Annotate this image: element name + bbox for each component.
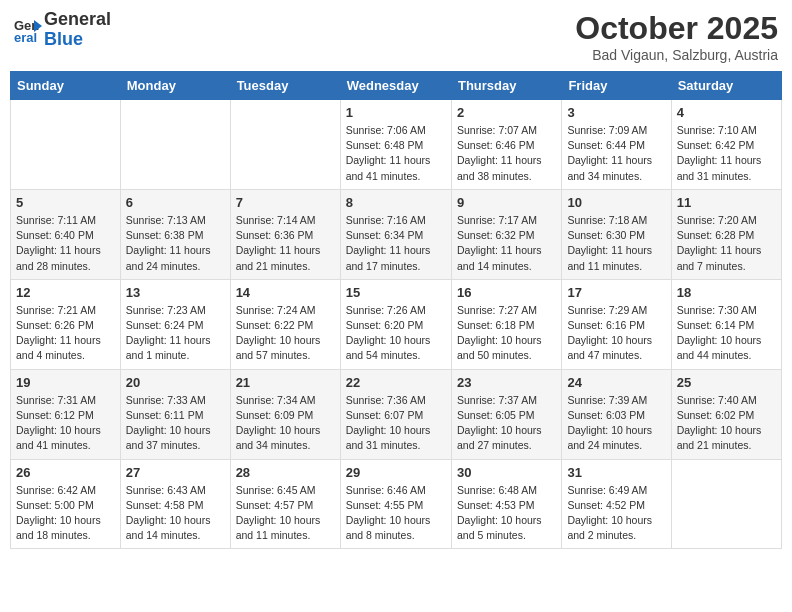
day-number: 10 bbox=[567, 195, 665, 210]
calendar-cell: 12Sunrise: 7:21 AM Sunset: 6:26 PM Dayli… bbox=[11, 279, 121, 369]
day-number: 14 bbox=[236, 285, 335, 300]
day-number: 9 bbox=[457, 195, 556, 210]
calendar-cell: 16Sunrise: 7:27 AM Sunset: 6:18 PM Dayli… bbox=[451, 279, 561, 369]
day-info: Sunrise: 7:06 AM Sunset: 6:48 PM Dayligh… bbox=[346, 123, 446, 184]
day-info: Sunrise: 7:11 AM Sunset: 6:40 PM Dayligh… bbox=[16, 213, 115, 274]
calendar-cell: 10Sunrise: 7:18 AM Sunset: 6:30 PM Dayli… bbox=[562, 189, 671, 279]
day-info: Sunrise: 6:42 AM Sunset: 5:00 PM Dayligh… bbox=[16, 483, 115, 544]
logo-general: General bbox=[44, 9, 111, 29]
day-number: 22 bbox=[346, 375, 446, 390]
calendar-cell: 28Sunrise: 6:45 AM Sunset: 4:57 PM Dayli… bbox=[230, 459, 340, 549]
calendar-cell: 8Sunrise: 7:16 AM Sunset: 6:34 PM Daylig… bbox=[340, 189, 451, 279]
day-info: Sunrise: 7:07 AM Sunset: 6:46 PM Dayligh… bbox=[457, 123, 556, 184]
day-number: 19 bbox=[16, 375, 115, 390]
day-info: Sunrise: 7:21 AM Sunset: 6:26 PM Dayligh… bbox=[16, 303, 115, 364]
calendar-cell: 30Sunrise: 6:48 AM Sunset: 4:53 PM Dayli… bbox=[451, 459, 561, 549]
month-title: October 2025 bbox=[575, 10, 778, 47]
logo-text: General Blue bbox=[44, 10, 111, 50]
calendar-cell: 25Sunrise: 7:40 AM Sunset: 6:02 PM Dayli… bbox=[671, 369, 781, 459]
day-number: 5 bbox=[16, 195, 115, 210]
calendar-cell: 18Sunrise: 7:30 AM Sunset: 6:14 PM Dayli… bbox=[671, 279, 781, 369]
calendar-cell: 26Sunrise: 6:42 AM Sunset: 5:00 PM Dayli… bbox=[11, 459, 121, 549]
day-info: Sunrise: 7:27 AM Sunset: 6:18 PM Dayligh… bbox=[457, 303, 556, 364]
day-number: 11 bbox=[677, 195, 776, 210]
day-number: 13 bbox=[126, 285, 225, 300]
day-info: Sunrise: 7:18 AM Sunset: 6:30 PM Dayligh… bbox=[567, 213, 665, 274]
calendar-cell: 20Sunrise: 7:33 AM Sunset: 6:11 PM Dayli… bbox=[120, 369, 230, 459]
weekday-header-tuesday: Tuesday bbox=[230, 72, 340, 100]
day-number: 31 bbox=[567, 465, 665, 480]
day-info: Sunrise: 7:39 AM Sunset: 6:03 PM Dayligh… bbox=[567, 393, 665, 454]
calendar-cell: 19Sunrise: 7:31 AM Sunset: 6:12 PM Dayli… bbox=[11, 369, 121, 459]
calendar-cell: 11Sunrise: 7:20 AM Sunset: 6:28 PM Dayli… bbox=[671, 189, 781, 279]
day-info: Sunrise: 6:43 AM Sunset: 4:58 PM Dayligh… bbox=[126, 483, 225, 544]
calendar-cell bbox=[230, 100, 340, 190]
day-number: 12 bbox=[16, 285, 115, 300]
day-info: Sunrise: 7:13 AM Sunset: 6:38 PM Dayligh… bbox=[126, 213, 225, 274]
day-number: 15 bbox=[346, 285, 446, 300]
day-number: 1 bbox=[346, 105, 446, 120]
day-info: Sunrise: 7:40 AM Sunset: 6:02 PM Dayligh… bbox=[677, 393, 776, 454]
day-number: 7 bbox=[236, 195, 335, 210]
calendar-cell: 22Sunrise: 7:36 AM Sunset: 6:07 PM Dayli… bbox=[340, 369, 451, 459]
calendar-cell: 7Sunrise: 7:14 AM Sunset: 6:36 PM Daylig… bbox=[230, 189, 340, 279]
day-info: Sunrise: 7:23 AM Sunset: 6:24 PM Dayligh… bbox=[126, 303, 225, 364]
day-number: 30 bbox=[457, 465, 556, 480]
calendar-cell: 13Sunrise: 7:23 AM Sunset: 6:24 PM Dayli… bbox=[120, 279, 230, 369]
calendar-cell bbox=[11, 100, 121, 190]
calendar-week-row: 5Sunrise: 7:11 AM Sunset: 6:40 PM Daylig… bbox=[11, 189, 782, 279]
calendar-cell: 5Sunrise: 7:11 AM Sunset: 6:40 PM Daylig… bbox=[11, 189, 121, 279]
calendar-cell: 14Sunrise: 7:24 AM Sunset: 6:22 PM Dayli… bbox=[230, 279, 340, 369]
calendar-week-row: 26Sunrise: 6:42 AM Sunset: 5:00 PM Dayli… bbox=[11, 459, 782, 549]
calendar-cell: 3Sunrise: 7:09 AM Sunset: 6:44 PM Daylig… bbox=[562, 100, 671, 190]
day-info: Sunrise: 6:49 AM Sunset: 4:52 PM Dayligh… bbox=[567, 483, 665, 544]
weekday-header-sunday: Sunday bbox=[11, 72, 121, 100]
calendar-cell: 31Sunrise: 6:49 AM Sunset: 4:52 PM Dayli… bbox=[562, 459, 671, 549]
weekday-header-wednesday: Wednesday bbox=[340, 72, 451, 100]
calendar-week-row: 12Sunrise: 7:21 AM Sunset: 6:26 PM Dayli… bbox=[11, 279, 782, 369]
title-block: October 2025 Bad Vigaun, Salzburg, Austr… bbox=[575, 10, 778, 63]
weekday-header-monday: Monday bbox=[120, 72, 230, 100]
day-info: Sunrise: 6:45 AM Sunset: 4:57 PM Dayligh… bbox=[236, 483, 335, 544]
calendar-cell: 6Sunrise: 7:13 AM Sunset: 6:38 PM Daylig… bbox=[120, 189, 230, 279]
weekday-header-thursday: Thursday bbox=[451, 72, 561, 100]
calendar-cell: 2Sunrise: 7:07 AM Sunset: 6:46 PM Daylig… bbox=[451, 100, 561, 190]
day-info: Sunrise: 7:37 AM Sunset: 6:05 PM Dayligh… bbox=[457, 393, 556, 454]
calendar-cell: 1Sunrise: 7:06 AM Sunset: 6:48 PM Daylig… bbox=[340, 100, 451, 190]
day-number: 21 bbox=[236, 375, 335, 390]
page-header: Gen eral General Blue October 2025 Bad V… bbox=[10, 10, 782, 63]
logo-icon: Gen eral bbox=[14, 16, 42, 44]
day-number: 24 bbox=[567, 375, 665, 390]
calendar-cell: 15Sunrise: 7:26 AM Sunset: 6:20 PM Dayli… bbox=[340, 279, 451, 369]
svg-text:eral: eral bbox=[14, 30, 37, 44]
calendar-cell bbox=[671, 459, 781, 549]
day-info: Sunrise: 7:20 AM Sunset: 6:28 PM Dayligh… bbox=[677, 213, 776, 274]
calendar-week-row: 19Sunrise: 7:31 AM Sunset: 6:12 PM Dayli… bbox=[11, 369, 782, 459]
logo-blue: Blue bbox=[44, 29, 83, 49]
day-info: Sunrise: 7:17 AM Sunset: 6:32 PM Dayligh… bbox=[457, 213, 556, 274]
calendar-cell: 9Sunrise: 7:17 AM Sunset: 6:32 PM Daylig… bbox=[451, 189, 561, 279]
day-number: 25 bbox=[677, 375, 776, 390]
day-number: 26 bbox=[16, 465, 115, 480]
day-number: 3 bbox=[567, 105, 665, 120]
day-info: Sunrise: 7:33 AM Sunset: 6:11 PM Dayligh… bbox=[126, 393, 225, 454]
calendar-cell: 21Sunrise: 7:34 AM Sunset: 6:09 PM Dayli… bbox=[230, 369, 340, 459]
day-number: 23 bbox=[457, 375, 556, 390]
day-info: Sunrise: 7:26 AM Sunset: 6:20 PM Dayligh… bbox=[346, 303, 446, 364]
day-number: 6 bbox=[126, 195, 225, 210]
weekday-header-row: SundayMondayTuesdayWednesdayThursdayFrid… bbox=[11, 72, 782, 100]
day-info: Sunrise: 7:30 AM Sunset: 6:14 PM Dayligh… bbox=[677, 303, 776, 364]
location: Bad Vigaun, Salzburg, Austria bbox=[575, 47, 778, 63]
calendar-week-row: 1Sunrise: 7:06 AM Sunset: 6:48 PM Daylig… bbox=[11, 100, 782, 190]
day-info: Sunrise: 7:14 AM Sunset: 6:36 PM Dayligh… bbox=[236, 213, 335, 274]
day-number: 28 bbox=[236, 465, 335, 480]
day-number: 18 bbox=[677, 285, 776, 300]
day-info: Sunrise: 6:48 AM Sunset: 4:53 PM Dayligh… bbox=[457, 483, 556, 544]
day-number: 4 bbox=[677, 105, 776, 120]
day-number: 29 bbox=[346, 465, 446, 480]
weekday-header-saturday: Saturday bbox=[671, 72, 781, 100]
calendar-cell: 4Sunrise: 7:10 AM Sunset: 6:42 PM Daylig… bbox=[671, 100, 781, 190]
calendar-cell bbox=[120, 100, 230, 190]
day-number: 16 bbox=[457, 285, 556, 300]
calendar-cell: 17Sunrise: 7:29 AM Sunset: 6:16 PM Dayli… bbox=[562, 279, 671, 369]
